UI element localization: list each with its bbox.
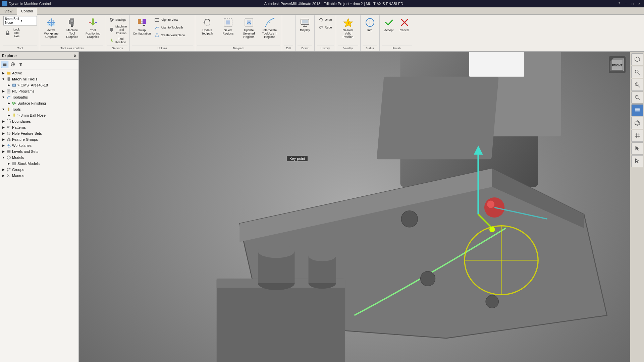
select-regions-button[interactable]: Select Regions — [218, 16, 238, 36]
expand-icon[interactable]: ▼ — [1, 156, 5, 159]
ribbon-group-status: i Info Status — [361, 15, 380, 51]
lock-tool-axis-button[interactable]: Lock Tool Axis — [3, 27, 23, 39]
expand-icon[interactable]: ▶ — [1, 89, 5, 93]
frame-button[interactable] — [631, 117, 643, 129]
machine-tool-position-button[interactable]: Machine Tool Position — [107, 24, 127, 36]
cancel-button[interactable]: Cancel — [397, 16, 412, 33]
expand-icon[interactable]: ▼ — [1, 77, 5, 81]
search2-button[interactable] — [631, 79, 643, 91]
select2-button[interactable] — [631, 155, 643, 167]
expand-icon[interactable]: ▶ — [1, 71, 5, 75]
viewport[interactable]: Key-point FRONT — [79, 52, 630, 362]
tree-item-stock-models[interactable]: ▶ Stock Models — [0, 161, 78, 167]
tree-item-tools[interactable]: ▼ Tools — [0, 106, 78, 112]
tab-view[interactable]: View — [0, 8, 17, 15]
svg-text:i: i — [369, 20, 371, 25]
nearest-valid-position-button[interactable]: ! Nearest Valid Position — [338, 16, 358, 40]
accept-button[interactable]: Accept — [382, 16, 396, 33]
ribbon-tabs: View Control — [0, 7, 644, 15]
create-workplane-button[interactable]: Create Workplane — [153, 32, 193, 39]
align-to-toolpath-icon — [154, 25, 160, 30]
tree-item-macros[interactable]: ▶ Macros — [0, 173, 78, 179]
expand-icon[interactable]: ▶ — [7, 102, 11, 105]
explorer-tree: ▶ Active ▼ Machine Tools ▶ > — [0, 69, 78, 362]
layer-button[interactable] — [631, 104, 643, 116]
expand-icon[interactable]: ▼ — [1, 96, 5, 99]
info-button[interactable]: i Info — [363, 16, 377, 33]
display-button[interactable]: Display — [298, 16, 312, 33]
tool-positioning-graphics-button[interactable]: Tool Positioning Graphics — [83, 16, 103, 40]
expand-icon[interactable]: ▶ — [1, 174, 5, 177]
update-toolpath-button[interactable]: Update Toolpath — [197, 16, 217, 36]
ribbon-group-axis-controls: Active Workplane Graphics Machine Tool G… — [39, 15, 105, 51]
redo-button[interactable]: Redo — [317, 24, 334, 31]
expand-icon[interactable]: ▶ — [1, 126, 5, 129]
expand-icon[interactable]: ▶ — [7, 114, 11, 117]
svg-rect-92 — [377, 77, 499, 159]
help-button[interactable]: ? — [616, 1, 622, 6]
align-to-view-button[interactable]: Align to View — [153, 16, 193, 23]
expand-icon[interactable]: ▼ — [1, 108, 5, 111]
tree-item-patterns[interactable]: ▶ Patterns — [0, 124, 78, 130]
search-button[interactable] — [631, 66, 643, 78]
undo-button[interactable]: Undo — [317, 16, 334, 23]
tree-item-workplanes[interactable]: ▶ Workplanes — [0, 142, 78, 148]
tree-item-boundaries[interactable]: ▶ Boundaries — [0, 118, 78, 124]
view3d-button[interactable] — [631, 53, 643, 65]
machine-tools-icon — [6, 76, 11, 82]
tree-item-hole-feature-sets[interactable]: ▶ Hole Feature Sets — [0, 130, 78, 136]
explorer-globe-button[interactable] — [9, 61, 16, 68]
close-button[interactable]: × — [637, 1, 642, 6]
svg-point-33 — [269, 22, 270, 23]
zoom-button[interactable] — [631, 92, 643, 104]
tree-item-feature-groups[interactable]: ▶ Feature Groups — [0, 136, 78, 142]
explorer-close-button[interactable]: × — [74, 53, 76, 58]
svg-marker-12 — [91, 23, 95, 26]
tree-item-groups[interactable]: ▶ Groups — [0, 167, 78, 173]
active-workplane-graphics-button[interactable]: Active Workplane Graphics — [41, 16, 61, 40]
select-regions-label: Select Regions — [220, 28, 236, 35]
tree-item-active[interactable]: ▶ Active — [0, 70, 78, 76]
tree-item-models[interactable]: ▼ Models — [0, 155, 78, 161]
expand-icon[interactable]: ▶ — [7, 162, 11, 165]
explorer-filter-button[interactable] — [17, 61, 24, 68]
right-panel — [630, 52, 644, 362]
align-to-toolpath-button[interactable]: Align to Toolpath — [153, 24, 193, 31]
svg-marker-142 — [635, 146, 639, 151]
swap-configuration-button[interactable]: Swap Configuration — [132, 16, 152, 36]
expand-icon[interactable]: ▶ — [1, 168, 5, 171]
ribbon-group-toolpath: Update Toolpath Select Regions Update Se… — [195, 15, 282, 51]
svg-point-101 — [258, 244, 295, 258]
machine-tool-graphics-button[interactable]: Machine Tool Graphics — [62, 16, 82, 40]
tool-position-button[interactable]: Tool Position — [107, 36, 127, 45]
explorer-list-button[interactable] — [1, 61, 8, 68]
tree-item-cms[interactable]: ▶ > CMS_Ares48-18 — [0, 82, 78, 88]
minimize-button[interactable]: − — [623, 1, 629, 6]
expand-icon[interactable]: ▶ — [1, 150, 5, 153]
interpolate-tool-axis-button[interactable]: Interpolate Tool Axis in Regions — [260, 16, 280, 40]
lock-tool-label: Lock Tool Axis — [11, 28, 22, 38]
expand-icon[interactable]: ▶ — [1, 138, 5, 141]
tool-dropdown[interactable]: 8mm Ball Nose ▼ — [3, 16, 37, 25]
cursor-button[interactable] — [631, 142, 643, 155]
settings-button[interactable]: Settings — [107, 16, 127, 23]
svg-rect-11 — [92, 18, 94, 24]
tree-item-machine-tools[interactable]: ▼ Machine Tools — [0, 76, 78, 82]
tab-control[interactable]: Control — [17, 8, 37, 15]
grid-button[interactable] — [631, 130, 643, 142]
view-cube[interactable]: FRONT — [607, 55, 627, 75]
expand-icon[interactable]: ▶ — [1, 132, 5, 135]
tree-item-8mm-ball-nose[interactable]: ▶ > 8mm Ball Nose — [0, 112, 78, 118]
workplane-graphics-icon — [46, 17, 57, 28]
expand-icon[interactable]: ▶ — [1, 120, 5, 123]
expand-icon[interactable]: ▶ — [7, 83, 11, 87]
expand-icon[interactable]: ▶ — [1, 144, 5, 147]
maximize-button[interactable]: □ — [630, 1, 635, 6]
accept-label: Accept — [384, 28, 394, 32]
svg-line-132 — [638, 98, 639, 100]
tree-item-toolpaths[interactable]: ▼ Toolpaths — [0, 94, 78, 100]
tree-item-surface-finishing[interactable]: ▶ Surface Finishing — [0, 100, 78, 106]
tree-item-nc-programs[interactable]: ▶ NC Programs — [0, 88, 78, 94]
tree-item-levels-sets[interactable]: ▶ Levels and Sets — [0, 148, 78, 155]
update-selected-regions-button[interactable]: Update Selected Regions — [239, 16, 259, 40]
